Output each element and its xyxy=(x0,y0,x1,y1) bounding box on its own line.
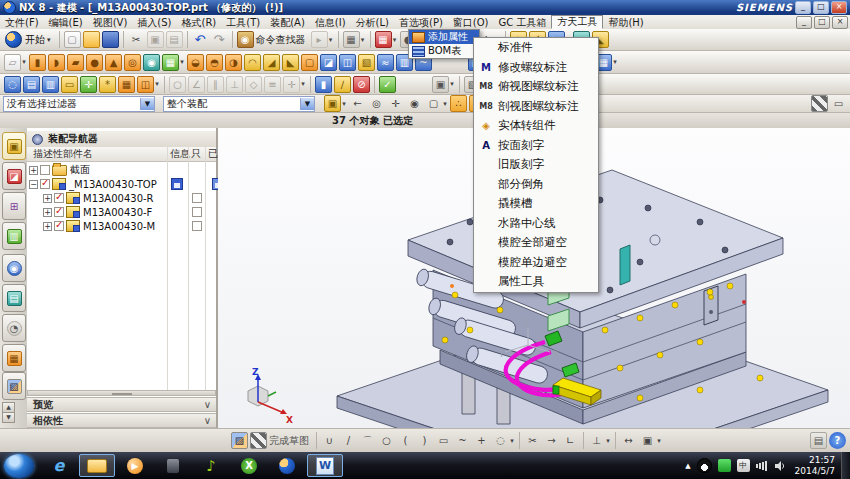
trim-body-icon[interactable]: ◪ xyxy=(320,54,337,71)
constraint-touch-icon[interactable]: ○ xyxy=(169,76,186,93)
column-info[interactable]: 信息 xyxy=(170,147,190,161)
part-navigator-tab[interactable]: ⊞ xyxy=(2,192,26,220)
menu-item-bom-table[interactable]: BOM表 xyxy=(409,44,479,58)
menu-item-pry-slot[interactable]: 撬模槽 xyxy=(474,194,598,214)
point-tool-icon[interactable]: + xyxy=(473,432,490,449)
menu-item-modify-thread-callout[interactable]: M修改螺纹标注 xyxy=(474,58,598,78)
intersect-icon[interactable]: ◑ xyxy=(225,54,242,71)
menu-item-legacy-engrave[interactable]: 旧版刻字 xyxy=(474,155,598,175)
rectangle-tool-icon[interactable]: ▭ xyxy=(435,432,452,449)
menu-information[interactable]: 信息(I) xyxy=(310,16,351,29)
copy-icon[interactable]: ▣ xyxy=(147,31,164,48)
unite-icon[interactable]: ◒ xyxy=(187,54,204,71)
shell-icon[interactable]: ▢ xyxy=(301,54,318,71)
rectangle-select-icon[interactable]: ▢ xyxy=(425,95,442,112)
sketch-task-environment-icon[interactable]: ▨ xyxy=(231,432,248,449)
save-icon[interactable] xyxy=(102,31,119,48)
pattern-component-icon[interactable]: ▦ xyxy=(118,76,135,93)
quick-trim-icon[interactable]: ✂ xyxy=(524,432,541,449)
tree-row-component-m[interactable]: + ✓ M13A00430-M xyxy=(27,219,230,233)
expand-icon[interactable]: + xyxy=(43,222,52,231)
taskbar-music-app[interactable]: ♪ xyxy=(193,454,229,477)
hole-icon[interactable]: ◎ xyxy=(124,54,141,71)
checkbox-checked[interactable]: ✓ xyxy=(54,193,64,203)
tray-expand-icon[interactable]: ▲ xyxy=(685,462,690,470)
command-finder-label[interactable]: 命令查找器 xyxy=(256,33,306,47)
edge-blend-icon[interactable]: ◠ xyxy=(244,54,261,71)
component-list-icon[interactable]: ▤ xyxy=(23,76,40,93)
fillet-left-icon[interactable]: ( xyxy=(397,432,414,449)
component-stacks-icon[interactable]: ▥ xyxy=(42,76,59,93)
panel-splitter[interactable] xyxy=(27,390,216,396)
finish-sketch-button[interactable]: 完成草图 xyxy=(269,434,309,448)
menu-help[interactable]: 帮助(H) xyxy=(603,16,648,29)
snap-point-icon[interactable]: ∴ xyxy=(450,95,467,112)
dropdown-arrow-icon[interactable]: ▼ xyxy=(300,98,314,110)
pin-icon[interactable] xyxy=(32,134,43,145)
network-signal-icon[interactable] xyxy=(756,461,768,471)
dropdown-arrow-icon[interactable]: ▾ xyxy=(340,95,348,112)
dropdown-arrow-icon[interactable]: ▾ xyxy=(604,432,612,449)
dropdown-arrow-icon[interactable]: ▾ xyxy=(611,54,619,71)
menu-format[interactable]: 格式(R) xyxy=(177,16,222,29)
minimize-button[interactable]: _ xyxy=(795,1,811,14)
snap-grid-icon[interactable] xyxy=(811,95,828,112)
menu-item-cavity-single-side-relief[interactable]: 模腔单边避空 xyxy=(474,253,598,273)
assembly-load-options-icon[interactable]: ▸ xyxy=(311,31,328,48)
add-component-icon[interactable]: ✛ xyxy=(80,76,97,93)
checkbox-checked[interactable]: ✓ xyxy=(54,207,64,217)
selection-filter-dropdown[interactable]: 没有选择过滤器 ▼ xyxy=(3,96,155,112)
constraint-perpendicular-icon[interactable]: ⊥ xyxy=(226,76,243,93)
assembly-verify-icon[interactable]: ✓ xyxy=(379,76,396,93)
menu-item-attribute-tools[interactable]: 属性工具 xyxy=(474,272,598,292)
assembly-navigator-tab[interactable]: ▣ xyxy=(2,132,26,160)
constraint-navigator-tab[interactable]: ◪ xyxy=(2,162,26,190)
studio-spline-icon[interactable]: ~ xyxy=(454,432,471,449)
sew-icon[interactable]: ≈ xyxy=(377,54,394,71)
menu-item-solid-to-component[interactable]: ◈实体转组件 xyxy=(474,116,598,136)
menu-tools[interactable]: 工具(T) xyxy=(221,16,265,29)
rotate-handles-icon[interactable]: ◉ xyxy=(406,95,423,112)
materials-tab[interactable]: ▧ xyxy=(2,372,26,400)
checkbox-unchecked[interactable] xyxy=(40,165,50,175)
constraint-center-icon[interactable]: ◇ xyxy=(245,76,262,93)
dropdown-arrow-icon[interactable]: ▾ xyxy=(448,76,456,93)
checkbox-checked[interactable]: ✓ xyxy=(40,179,50,189)
menu-assemblies[interactable]: 装配(A) xyxy=(265,16,310,29)
move-handles-icon[interactable]: ✛ xyxy=(387,95,404,112)
column-descriptive-part-name[interactable]: 描述性部件名 xyxy=(33,147,93,161)
start-orb[interactable] xyxy=(4,454,34,478)
pattern-feature-icon[interactable]: ▦ xyxy=(162,54,179,71)
dropdown-arrow-icon[interactable]: ▾ xyxy=(359,31,367,48)
menu-item-partial-chamfer[interactable]: 部分倒角 xyxy=(474,175,598,195)
checkbox-checked[interactable]: ✓ xyxy=(54,221,64,231)
html-report-tab[interactable]: ▤ xyxy=(2,284,26,312)
extrude-icon[interactable]: ▮ xyxy=(29,54,46,71)
preview-section-bar[interactable]: 预览 ∨ xyxy=(27,397,216,412)
inferred-dimensions-icon[interactable]: ↔ xyxy=(620,432,637,449)
tree-row-component-r[interactable]: + ✓ M13A00430-R xyxy=(27,191,230,205)
constraint-fix-icon[interactable]: ✛ xyxy=(283,76,300,93)
taskbar-internet-explorer[interactable]: e xyxy=(41,454,77,477)
quick-extend-icon[interactable]: → xyxy=(543,432,560,449)
dropdown-arrow-icon[interactable]: ▾ xyxy=(20,54,28,71)
circle-icon[interactable]: ○ xyxy=(378,432,395,449)
constraint-align-icon[interactable]: ≡ xyxy=(264,76,281,93)
tree-row-component-f[interactable]: + ✓ M13A00430-F xyxy=(27,205,230,219)
fillet-right-icon[interactable]: ) xyxy=(416,432,433,449)
finish-flag-icon[interactable] xyxy=(250,432,267,449)
start-button[interactable]: 开始 ▾ xyxy=(3,31,56,48)
dropdown-arrow-icon[interactable]: ▾ xyxy=(178,54,186,71)
volume-icon[interactable] xyxy=(774,460,786,472)
reuse-capsule-icon[interactable]: ▭ xyxy=(61,76,78,93)
find-component-icon[interactable]: ◌ xyxy=(4,76,21,93)
edit-component-icon[interactable]: ∕ xyxy=(334,76,351,93)
taskbar-nx[interactable] xyxy=(269,454,305,477)
tree-row-sections[interactable]: + 截面 xyxy=(27,163,216,177)
reuse-library-tab[interactable]: ▥ xyxy=(2,222,26,250)
window-select-icon[interactable]: ▭ xyxy=(830,95,847,112)
dropdown-arrow-icon[interactable]: ▾ xyxy=(441,95,449,112)
menu-view[interactable]: 视图(V) xyxy=(88,16,133,29)
taskbar-windows-explorer[interactable] xyxy=(79,454,115,477)
green-app-icon[interactable] xyxy=(718,459,731,472)
